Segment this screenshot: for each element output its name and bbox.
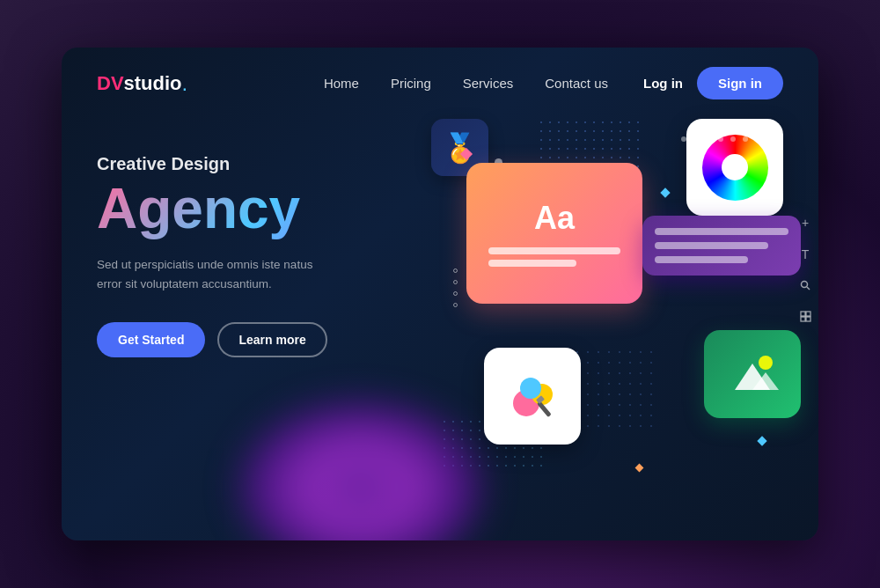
card-colorwheel xyxy=(686,119,783,216)
nav-item-contact[interactable]: Contact us xyxy=(545,76,608,92)
badge-icon: 🏅 xyxy=(443,131,478,165)
tool-search[interactable] xyxy=(800,279,810,293)
typography-aa: Aa xyxy=(534,200,575,237)
svg-line-10 xyxy=(807,287,810,290)
hero-title: Agency xyxy=(97,178,431,239)
tool-layers[interactable] xyxy=(800,311,811,325)
card-text-block xyxy=(642,216,801,276)
logo-dv: DV xyxy=(97,72,124,95)
nav-link-pricing[interactable]: Pricing xyxy=(391,76,431,91)
vert-dots xyxy=(453,268,458,307)
hero-visual: 🏅 Aa xyxy=(414,110,818,533)
mountain-icon xyxy=(726,350,779,399)
hero-subtitle: Creative Design xyxy=(97,154,431,174)
paint-icon xyxy=(500,364,566,430)
text-line-3 xyxy=(655,256,748,263)
logo: DV studio . xyxy=(97,71,187,96)
line-1 xyxy=(488,247,620,254)
page-card: DV studio . Home Pricing Services Contac… xyxy=(62,48,818,540)
login-button[interactable]: Log in xyxy=(643,76,683,91)
card-image xyxy=(704,330,801,418)
diamond-orange xyxy=(635,464,644,473)
text-line-1 xyxy=(655,228,788,235)
nav-link-contact[interactable]: Contact us xyxy=(545,76,608,91)
nav-item-pricing[interactable]: Pricing xyxy=(391,76,431,92)
svg-rect-12 xyxy=(806,312,810,316)
svg-rect-11 xyxy=(801,312,805,316)
nav-item-services[interactable]: Services xyxy=(463,76,514,92)
tool-plus[interactable]: + xyxy=(802,216,809,230)
main-content: Creative Design Agency Sed ut perspiciat… xyxy=(62,119,818,357)
svg-rect-13 xyxy=(801,317,805,321)
nav-link-home[interactable]: Home xyxy=(324,76,359,91)
hero-text: Creative Design Agency Sed ut perspiciat… xyxy=(97,136,431,357)
line-2 xyxy=(488,260,576,267)
svg-point-6 xyxy=(520,378,541,399)
card-paint xyxy=(484,348,581,445)
nav-link-services[interactable]: Services xyxy=(463,76,514,91)
nav-actions: Log in Sign in xyxy=(643,67,783,99)
text-line-2 xyxy=(655,242,768,249)
navbar: DV studio . Home Pricing Services Contac… xyxy=(62,48,818,119)
nav-links: Home Pricing Services Contact us xyxy=(324,76,608,92)
color-wheel xyxy=(702,135,768,201)
logo-studio: studio xyxy=(124,72,182,95)
diamond-blue-2 xyxy=(757,436,766,445)
card-typography: Aa xyxy=(466,163,642,304)
tool-text[interactable]: T xyxy=(802,247,810,261)
get-started-button[interactable]: Get Started xyxy=(97,322,205,357)
hero-buttons: Get Started Learn more xyxy=(97,322,431,357)
svg-point-9 xyxy=(802,282,808,288)
dot-row-top xyxy=(681,136,748,142)
nav-item-home[interactable]: Home xyxy=(324,76,359,92)
svg-point-3 xyxy=(759,356,773,370)
signin-button[interactable]: Sign in xyxy=(697,67,783,99)
side-toolbar: + T xyxy=(792,216,818,325)
hero-description: Sed ut perspiciatis unde omnis iste natu… xyxy=(97,255,326,293)
learn-more-button[interactable]: Learn more xyxy=(217,322,326,357)
typography-lines xyxy=(488,247,620,267)
diamond-blue xyxy=(660,187,670,197)
logo-dot: . xyxy=(182,71,188,96)
svg-rect-14 xyxy=(806,317,810,321)
